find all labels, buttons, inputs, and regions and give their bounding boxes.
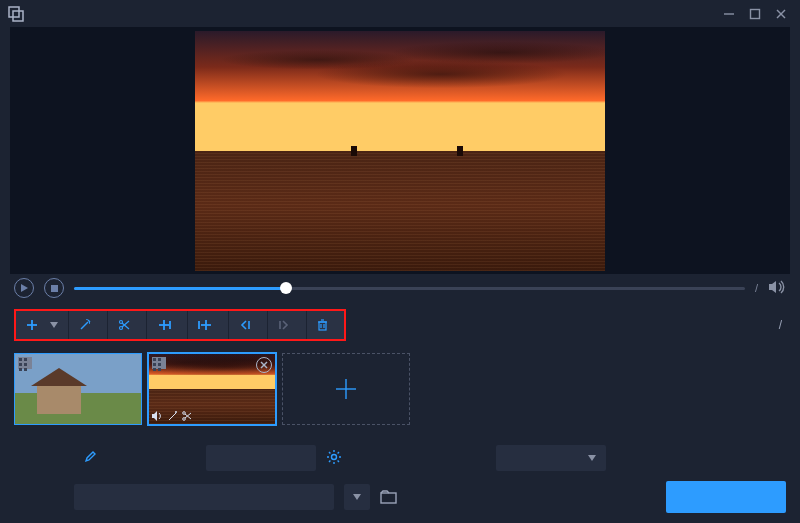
stop-button[interactable] [44,278,64,298]
backward-button[interactable] [268,311,306,339]
svg-marker-6 [21,284,28,292]
ahead-icon [157,319,171,331]
ahead-button[interactable] [147,311,187,339]
svg-rect-1 [13,11,23,21]
svg-rect-3 [751,9,760,18]
svg-rect-7 [51,285,58,292]
scissors-icon [118,319,130,331]
grid-icon [18,357,32,369]
svg-line-12 [81,322,88,329]
svg-rect-25 [319,322,326,330]
progress-slider[interactable] [74,287,745,290]
video-preview[interactable] [195,31,605,271]
edit-name-button[interactable] [84,451,96,466]
export-button[interactable] [666,481,786,513]
save-path-dropdown[interactable] [344,484,370,510]
backward-icon [278,319,290,331]
playbar: / [0,274,800,303]
play-button[interactable] [14,278,34,298]
minimize-button[interactable] [716,4,742,24]
svg-point-36 [183,412,186,415]
grid-icon [152,357,166,369]
app-logo-icon [8,6,24,22]
chevron-down-icon [50,322,58,328]
svg-rect-45 [381,493,396,503]
output-format-select[interactable] [206,445,316,471]
maximize-button[interactable] [742,4,768,24]
open-folder-button[interactable] [380,490,398,504]
behind-button[interactable] [188,311,228,339]
empty-button[interactable] [307,311,344,339]
svg-marker-8 [769,281,776,293]
clip-thumbnail [15,354,141,424]
remove-clip-button[interactable] [256,357,272,373]
svg-rect-0 [9,7,19,17]
audio-icon [152,411,164,421]
time-display: / [755,282,758,294]
edit-button[interactable] [69,311,107,339]
svg-point-42 [332,454,337,459]
audio-track-select[interactable] [496,445,606,471]
add-clip-placeholder[interactable] [282,353,410,425]
edit-toolbar [14,309,346,341]
svg-marker-32 [152,411,157,421]
svg-marker-11 [50,322,58,328]
forward-icon [239,319,251,331]
svg-marker-43 [588,455,596,461]
behind-icon [198,319,212,331]
chevron-down-icon [588,455,596,461]
wand-icon [79,319,91,331]
toolbar-row: / [0,303,800,347]
plus-icon [26,319,38,331]
forward-button[interactable] [229,311,267,339]
clip-item[interactable] [14,353,142,425]
preview-area [10,27,790,273]
scissors-icon [182,411,192,421]
clip-list [0,347,800,439]
save-path-field[interactable] [74,484,334,510]
titlebar [0,0,800,27]
clip-count: / [779,318,786,332]
output-settings-button[interactable] [326,449,342,468]
clip-item[interactable] [148,353,276,425]
svg-line-39 [185,413,191,418]
add-button[interactable] [16,311,68,339]
svg-line-38 [185,414,191,419]
volume-icon[interactable] [768,280,786,297]
svg-marker-44 [353,494,361,500]
close-button[interactable] [768,4,794,24]
wand-icon [168,411,178,421]
svg-point-37 [183,418,186,421]
svg-line-33 [169,413,176,420]
trash-icon [317,319,328,331]
bottombar [0,439,800,523]
trim-button[interactable] [108,311,146,339]
